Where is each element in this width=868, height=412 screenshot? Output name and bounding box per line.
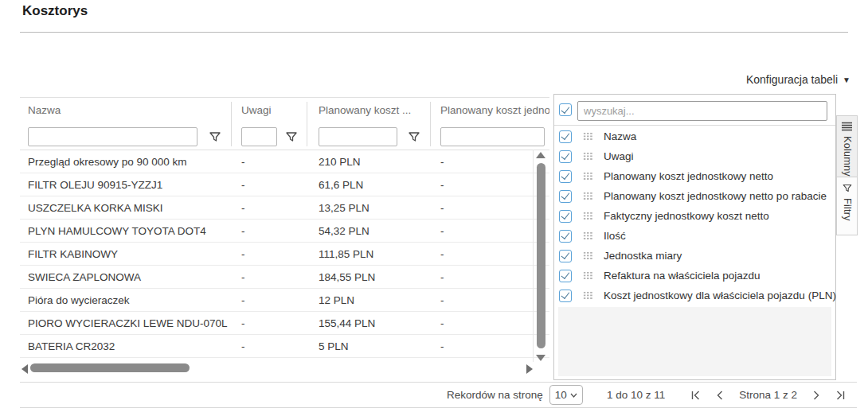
table-row[interactable]: PLYN HAMULCOWY TOYOTA DOT4 - 54,32 PLN - [20, 220, 549, 243]
column-toggle-item[interactable]: Planowany koszt jednostkowy netto po rab… [554, 186, 835, 206]
checkbox-checked-icon[interactable] [559, 190, 572, 203]
cell-koszt-jedn: - [440, 317, 444, 329]
cell-koszt-jedn: - [440, 248, 444, 260]
column-toggle-item[interactable]: Planowany koszt jednostkowy netto [554, 166, 835, 186]
table-row[interactable]: USZCZELKA KORKA MISKI - 13,25 PLN - [20, 196, 549, 220]
table-row[interactable]: BATERIA CR2032 - 5 PLN - [20, 335, 549, 358]
cell-uwagi: - [241, 340, 245, 352]
drag-handle-icon[interactable] [583, 172, 593, 181]
filter-input-nazwa[interactable] [28, 127, 197, 146]
table-filter-row [20, 122, 549, 150]
filter-funnel-icon[interactable] [408, 130, 420, 143]
column-config-panel: Nazwa Uwagi Planowany koszt jednostkowy … [553, 94, 836, 380]
cell-koszt: 155,44 PLN [319, 317, 375, 329]
drag-handle-icon[interactable] [583, 212, 593, 220]
drag-handle-icon[interactable] [583, 251, 593, 260]
scroll-right-arrow-icon[interactable] [526, 364, 533, 374]
column-toggle-item[interactable]: Refaktura na właściciela pojazdu [554, 266, 835, 286]
checkbox-checked-icon[interactable] [559, 210, 572, 223]
tab-kolumny[interactable]: Kolumny [836, 115, 858, 177]
table-config-label: Konfiguracja tabeli [746, 73, 838, 86]
cell-nazwa: BATERIA CR2032 [28, 340, 115, 352]
cell-koszt: 184,55 PLN [319, 271, 375, 283]
cell-nazwa: FILTR KABINOWY [28, 248, 118, 260]
checkbox-checked-icon[interactable] [559, 250, 572, 262]
cell-uwagi: - [241, 156, 245, 168]
scroll-down-arrow-icon[interactable] [536, 355, 545, 361]
filter-funnel-icon[interactable] [209, 130, 221, 143]
table-row[interactable]: Pióra do wycieraczek - 12 PLN - [20, 289, 549, 312]
checkbox-checked-icon[interactable] [559, 170, 572, 183]
records-per-page-label: Rekordów na stronę [447, 389, 543, 401]
next-page-icon[interactable] [813, 391, 820, 400]
cell-uwagi: - [241, 248, 245, 260]
kosztorys-screen: Kosztorys Konfiguracja tabeli ▼ Nazwa Uw… [0, 0, 868, 412]
column-toggle-item[interactable]: Koszt jednostkowy dla właściciela pojazd… [554, 286, 835, 305]
checkbox-checked-icon[interactable] [559, 130, 572, 143]
cell-uwagi: - [241, 202, 245, 214]
table-row[interactable]: PIORO WYCIERACZKI LEWE NDU-070L - 155,44… [20, 312, 549, 335]
table-row[interactable]: Przegląd okresowy po 90 000 km - 210 PLN… [20, 150, 549, 173]
checkbox-checked-icon[interactable] [559, 290, 572, 302]
last-page-icon[interactable] [836, 391, 846, 400]
table-config-button[interactable]: Konfiguracja tabeli ▼ [746, 73, 850, 86]
page-indicator: Strona 1 z 2 [739, 389, 797, 401]
drag-handle-icon[interactable] [583, 271, 593, 280]
filter-input-planowany-koszt-jedn[interactable] [440, 127, 545, 146]
filter-funnel-icon [842, 183, 853, 193]
column-toggle-item[interactable]: Nazwa [554, 126, 835, 146]
column-toggle-item[interactable]: Ilość [554, 226, 835, 246]
select-all-checkbox[interactable] [559, 103, 572, 116]
drag-handle-icon[interactable] [583, 291, 593, 300]
drag-handle-icon[interactable] [583, 192, 593, 200]
checkbox-checked-icon[interactable] [559, 150, 572, 163]
column-toggle-item[interactable]: Faktyczny jednostkowy koszt netto [554, 206, 835, 226]
page-nav: Strona 1 z 2 [690, 389, 846, 401]
first-page-icon[interactable] [690, 391, 700, 400]
title-divider [20, 32, 848, 33]
tab-kolumny-label: Kolumny [842, 136, 853, 177]
table-row[interactable]: SWIECA ZAPLONOWA - 184,55 PLN - [20, 266, 549, 289]
table-row[interactable]: FILTR KABINOWY - 111,85 PLN - [20, 243, 549, 266]
column-header-nazwa[interactable]: Nazwa [28, 104, 61, 116]
cell-nazwa: USZCZELKA KORKA MISKI [28, 202, 163, 214]
column-toggle-item[interactable]: Uwagi [554, 146, 835, 166]
checkbox-checked-icon[interactable] [559, 270, 572, 282]
scroll-left-arrow-icon[interactable] [22, 364, 28, 374]
cell-koszt-jedn: - [440, 225, 444, 237]
page-size-select[interactable]: 10 [549, 385, 583, 405]
chevron-down-icon [570, 393, 577, 398]
tab-filtry[interactable]: Filtry [836, 177, 858, 235]
column-search-input[interactable] [577, 101, 827, 121]
cell-koszt-jedn: - [440, 294, 444, 306]
column-header-planowany-koszt[interactable]: Planowany koszt ... [319, 104, 411, 116]
column-label: Planowany koszt jednostkowy netto [604, 170, 773, 182]
column-label: Nazwa [604, 130, 636, 142]
column-header-uwagi[interactable]: Uwagi [241, 104, 272, 116]
previous-page-icon[interactable] [716, 391, 723, 400]
drag-handle-icon[interactable] [583, 132, 593, 141]
cell-koszt-jedn: - [440, 202, 444, 214]
cell-koszt: 5 PLN [319, 340, 349, 352]
column-toggle-item[interactable]: Jednostka miary [554, 246, 835, 266]
filter-input-planowany-koszt[interactable] [319, 127, 397, 146]
vertical-scrollbar-thumb[interactable] [537, 163, 545, 348]
filter-input-uwagi[interactable] [241, 127, 277, 146]
drag-handle-icon[interactable] [583, 231, 593, 240]
filter-funnel-icon[interactable] [285, 130, 298, 143]
table-header-row: Nazwa Uwagi Planowany koszt ... Planowan… [20, 98, 549, 122]
cell-nazwa: FILTR OLEJU 90915-YZZJ1 [28, 179, 162, 191]
cell-koszt: 111,85 PLN [319, 248, 373, 260]
cell-koszt-jedn: - [440, 179, 444, 191]
cell-uwagi: - [241, 294, 245, 306]
cell-uwagi: - [241, 225, 245, 237]
drag-handle-icon[interactable] [583, 152, 593, 161]
scroll-up-arrow-icon[interactable] [536, 152, 545, 158]
cell-koszt: 12 PLN [319, 294, 354, 306]
horizontal-scrollbar-thumb[interactable] [30, 363, 190, 372]
table-row[interactable]: FILTR OLEJU 90915-YZZJ1 - 61,6 PLN - [20, 173, 549, 196]
cell-uwagi: - [241, 179, 245, 191]
panel-empty-area [558, 307, 831, 376]
checkbox-checked-icon[interactable] [559, 230, 572, 243]
column-header-planowany-koszt-jedn[interactable]: Planowany koszt jednos [440, 104, 549, 116]
